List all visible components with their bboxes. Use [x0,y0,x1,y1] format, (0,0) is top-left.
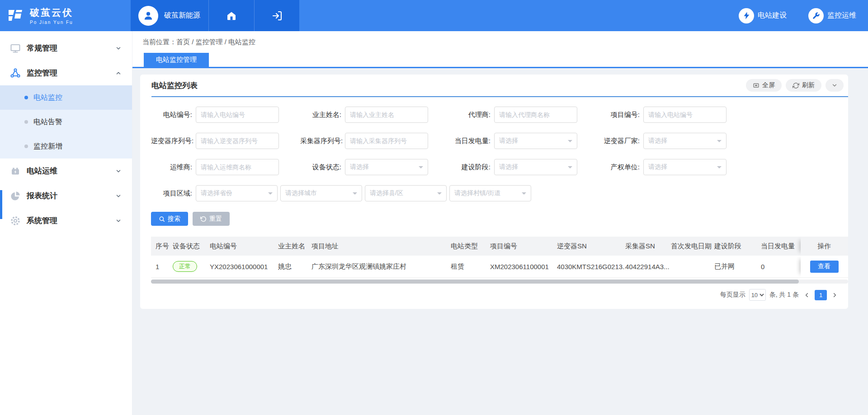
gear-icon [9,215,21,227]
per-page-select[interactable]: 10 [749,289,766,301]
filter-select-project-region-3[interactable]: 请选择县/区 [365,185,447,201]
top-header: 破茧云伏 Po Jian Yun Fu 破茧新能源 [0,0,868,31]
sidebar-item-report-statistics[interactable]: 报表统计 [0,183,132,208]
filter-field-station-no: 电站编号: [151,107,279,123]
filter-input-inverter-sn[interactable] [196,133,279,149]
nav-monitor-ops[interactable]: 监控运维 [808,8,856,23]
filter-input-agent[interactable] [494,107,577,123]
select-placeholder: 请选择 [648,163,667,171]
dot-icon [24,96,28,99]
home-button[interactable] [208,0,254,31]
reset-button[interactable]: 重置 [193,212,230,226]
sidebar-item-label: 电站运维 [27,166,57,176]
dropdown-arrow-icon [437,192,442,197]
tab-station-monitor-management[interactable]: 电站监控管理 [144,53,209,67]
filter-select-project-region-1[interactable]: 请选择省份 [196,185,278,201]
filter-label-station-no: 电站编号: [151,111,192,119]
org-name: 破茧新能源 [164,11,200,20]
sidebar-item-label: 报表统计 [27,191,57,201]
cell-daily-power: 0 [761,256,801,277]
dropdown-arrow-icon [268,192,273,197]
cell-address: 广东深圳龙华区观澜镇姚家庄村 [311,256,451,277]
filter-select-inverter-vendor[interactable]: 请选择 [643,133,726,149]
station-monitor-panel: 电站监控列表 全屏 刷新 [140,75,848,309]
filter-label-agent: 代理商: [449,111,491,119]
user-menu[interactable]: 破茧新能源 [131,0,208,31]
sidebar-subitem-label: 电站告警 [33,117,62,127]
column-header-daily-power: 当日发电量 [761,237,801,256]
next-page-button[interactable] [830,292,839,298]
collapse-panel-button[interactable] [826,79,844,92]
chevron-down-icon [831,82,838,89]
sidebar-scrollbar-thumb[interactable] [0,190,2,219]
sidebar-subitem-station-monitor[interactable]: 电站监控 [0,85,132,110]
breadcrumb-monitor-management[interactable]: 监控管理 [196,38,223,46]
sidebar-subitem-monitor-add[interactable]: 监控新增 [0,134,132,159]
sidebar-item-label: 系统管理 [27,215,57,226]
filter-select-device-status[interactable]: 请选择 [345,159,428,175]
dropdown-arrow-icon [353,192,357,197]
cell-collector-sn: 40422914A3... [625,256,671,277]
scrollbar-thumb[interactable] [151,280,799,284]
filter-select-project-region-2[interactable]: 请选择城市 [280,185,362,201]
prev-page-button[interactable] [802,292,811,298]
filter-field-agent: 代理商: [449,107,577,123]
app-root: 破茧云伏 Po Jian Yun Fu 破茧新能源 [0,0,868,415]
filter-input-owner-name[interactable] [345,107,428,123]
filter-label-build-stage: 建设阶段: [449,163,491,172]
filter-label-device-status: 设备状态: [300,163,341,172]
cell-seq: 1 [156,256,173,277]
monitor-icon [9,42,21,54]
breadcrumb-separator: / [225,38,226,46]
column-header-seq: 序号 [156,237,173,256]
nav-station-build[interactable]: 电站建设 [739,8,787,23]
filter-select-project-region-4[interactable]: 请选择村镇/街道 [449,185,531,201]
filter-label-ops-vendor: 运维商: [151,163,192,172]
filter-input-station-no[interactable] [196,107,279,123]
battery-icon [9,165,21,177]
dropdown-arrow-icon [717,166,722,171]
filter-label-inverter-vendor: 逆变器厂家: [599,137,640,145]
fullscreen-label: 全屏 [762,81,775,89]
filter-field-owner-name: 业主姓名: [300,107,428,123]
select-placeholder: 请选择 [648,137,667,145]
dropdown-arrow-icon [717,140,722,145]
top-strip: 当前位置：首页 / 监控管理 / 电站监控 电站监控管理 [132,31,868,68]
sidebar-subitem-station-alarm[interactable]: 电站告警 [0,110,132,134]
sidebar-item-general-management[interactable]: 常规管理 [0,36,132,61]
filter-label-daily-power: 当日发电量: [449,137,491,145]
view-button[interactable]: 查看 [810,261,839,273]
sidebar-item-monitor-management[interactable]: 监控管理 [0,61,132,85]
status-badge: 正常 [173,261,197,272]
filter-select-property-unit[interactable]: 请选择 [643,159,726,175]
filter-input-collector-sn[interactable] [345,133,428,149]
filter-select-daily-power[interactable]: 请选择 [494,133,577,149]
filter-select-build-stage[interactable]: 请选择 [494,159,577,175]
chevron-down-icon [115,168,122,174]
dropdown-arrow-icon [419,166,423,171]
pie-chart-icon [9,190,21,202]
sidebar-item-system-management[interactable]: 系统管理 [0,208,132,233]
breadcrumb-home[interactable]: 首页 [176,38,190,46]
page-number-button[interactable]: 1 [815,290,827,300]
refresh-button[interactable]: 刷新 [786,79,821,92]
filter-field-device-status: 设备状态:请选择 [300,159,428,175]
tab-bar: 电站监控管理 [132,53,868,67]
breadcrumb-station-monitor[interactable]: 电站监控 [228,38,255,46]
brand-subtitle: Po Jian Yun Fu [30,20,73,25]
logout-button[interactable] [254,0,299,31]
panel-header: 电站监控列表 全屏 刷新 [140,75,848,96]
sidebar-item-station-operation[interactable]: 电站运维 [0,159,132,183]
filter-input-project-no[interactable] [643,107,726,123]
select-placeholder: 请选择 [350,163,369,171]
nav-label: 电站建设 [758,11,787,20]
cell-owner: 姚忠 [278,256,311,277]
filter-label-project-no: 项目编号: [599,111,640,119]
main-area: 当前位置：首页 / 监控管理 / 电站监控 电站监控管理 电站监控列表 [132,31,868,415]
search-button[interactable]: 搜索 [151,212,188,226]
refresh-icon [793,82,799,89]
filter-input-ops-vendor[interactable] [196,159,279,175]
column-header-type: 电站类型 [451,237,490,256]
dropdown-arrow-icon [522,192,526,197]
fullscreen-button[interactable]: 全屏 [746,79,782,92]
